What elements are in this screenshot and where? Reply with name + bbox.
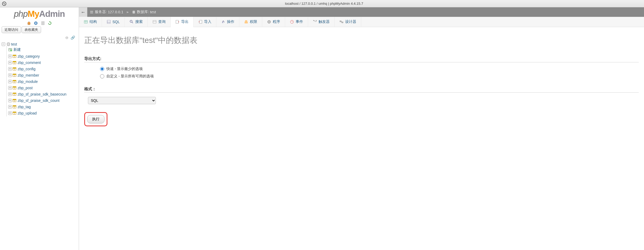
radio-custom[interactable]: 自定义 - 显示所有可用的选项 <box>100 74 639 79</box>
tab-triggers[interactable]: 触发器 <box>308 17 335 27</box>
sidebar: phpMyAdmin 近期访问 表收藏夹 ⊖ 🔗 − test + <box>0 7 79 250</box>
tab-recent[interactable]: 近期访问 <box>2 26 21 33</box>
bc-db-value: test <box>150 10 156 14</box>
window-title: localhost / 127.0.0.1 / umhq | phpMyAdmi… <box>6 2 642 6</box>
tree-db-node[interactable]: − test <box>2 42 77 46</box>
plus-icon[interactable]: + <box>8 105 12 109</box>
table-structure-icon[interactable] <box>12 79 17 84</box>
tab-routines[interactable]: 程序 <box>262 17 285 27</box>
tab-import[interactable]: 导入 <box>194 17 216 27</box>
link-icon[interactable]: 🔗 <box>71 36 75 40</box>
svg-text:+: + <box>11 50 12 51</box>
logout-icon[interactable] <box>34 21 38 25</box>
tab-favorites[interactable]: 表收藏夹 <box>22 26 41 33</box>
table-structure-icon[interactable] <box>12 54 17 58</box>
tab-label: 程序 <box>273 19 280 24</box>
tree-new-table[interactable]: + 新建 <box>8 46 77 53</box>
breadcrumb-sep: » <box>126 10 128 14</box>
svg-rect-65 <box>340 21 341 22</box>
tab-sql[interactable]: SQLSQL <box>102 17 125 27</box>
plus-icon[interactable]: + <box>8 92 12 96</box>
radio-quick[interactable]: 快速 - 显示最少的选项 <box>100 67 639 71</box>
tree-table-item[interactable]: +zbp_category <box>8 53 77 59</box>
table-name[interactable]: zbp_category <box>18 54 40 58</box>
table-name[interactable]: zbp_member <box>18 73 39 77</box>
plus-icon[interactable]: + <box>8 86 12 90</box>
tab-label: 操作 <box>227 19 234 24</box>
plus-icon[interactable]: + <box>8 111 12 115</box>
tree-table-item[interactable]: +zbp_sf_praise_sdk_basecoun <box>8 91 77 97</box>
breadcrumb-database[interactable]: 数据库: test <box>130 10 158 14</box>
tree-table-item[interactable]: +zbp_module <box>8 78 77 85</box>
table-structure-icon[interactable] <box>12 111 17 115</box>
radio-quick-input[interactable] <box>100 67 104 71</box>
breadcrumb: ← 服务器: 127.0.0.1 » 数据库: test <box>79 7 644 17</box>
table-name[interactable]: zbp_sf_praise_sdk_count <box>18 98 60 103</box>
table-structure-icon[interactable] <box>12 92 17 96</box>
bc-db-label: 数据库: <box>137 10 149 14</box>
table-name[interactable]: zbp_comment <box>18 61 41 65</box>
format-select[interactable]: SQL <box>88 97 156 104</box>
table-structure-icon[interactable] <box>12 86 17 90</box>
minus-icon[interactable]: − <box>2 42 5 46</box>
tree-table-item[interactable]: +zbp_upload <box>8 110 77 116</box>
tab-query[interactable]: 查询 <box>148 17 171 27</box>
table-structure-icon[interactable] <box>12 105 17 109</box>
table-structure-icon[interactable] <box>12 98 17 103</box>
tree-table-item[interactable]: +zbp_tag <box>8 104 77 110</box>
tab-privileges[interactable]: 权限 <box>239 17 262 27</box>
docs-icon[interactable] <box>41 21 45 25</box>
plus-icon[interactable]: + <box>8 67 12 71</box>
submit-highlight: 执行 <box>84 112 107 126</box>
tab-structure[interactable]: 结构 <box>79 17 102 27</box>
breadcrumb-server[interactable]: 服务器: 127.0.0.1 <box>87 10 125 14</box>
svg-rect-41 <box>90 11 93 12</box>
logo[interactable]: phpMyAdmin <box>0 7 79 19</box>
table-name[interactable]: zbp_config <box>18 67 36 71</box>
tab-label: 设计器 <box>345 19 356 24</box>
plus-icon[interactable]: + <box>8 80 12 83</box>
tree-table-item[interactable]: +zbp_member <box>8 72 77 78</box>
table-structure-icon[interactable] <box>12 67 17 71</box>
tree-table-item[interactable]: +zbp_config <box>8 66 77 72</box>
tab-export[interactable]: 导出 <box>171 17 194 27</box>
tab-designer[interactable]: 设计器 <box>335 17 361 27</box>
svg-rect-51 <box>153 21 156 23</box>
tree-db-label[interactable]: test <box>11 42 17 46</box>
bc-server-value: 127.0.0.1 <box>108 10 123 14</box>
format-label: 格式： <box>84 87 639 93</box>
plus-icon[interactable]: + <box>8 54 12 58</box>
privileges-icon <box>244 20 248 24</box>
table-name[interactable]: zbp_post <box>18 86 33 90</box>
plus-icon[interactable]: + <box>8 61 12 64</box>
plus-icon[interactable]: + <box>8 73 12 77</box>
collapse-all-icon[interactable]: ⊖ <box>65 36 68 40</box>
new-table-label[interactable]: 新建 <box>13 47 21 52</box>
top-tabs: 结构SQLSQL搜索查询导出导入操作权限程序事件触发器设计器 <box>79 17 644 27</box>
page-title: 正在导出数据库"test"中的数据表 <box>84 35 639 46</box>
tree-table-item[interactable]: +zbp_post <box>8 85 77 91</box>
submit-button[interactable]: 执行 <box>87 115 105 123</box>
tab-events[interactable]: 事件 <box>285 17 308 27</box>
table-structure-icon[interactable] <box>12 73 17 77</box>
svg-point-64 <box>316 20 317 21</box>
back-button[interactable]: ← <box>79 7 87 17</box>
structure-icon <box>84 20 88 24</box>
table-name[interactable]: zbp_upload <box>18 111 37 115</box>
table-name[interactable]: zbp_sf_praise_sdk_basecoun <box>18 92 66 96</box>
tab-label: SQL <box>112 20 120 24</box>
plus-icon[interactable]: + <box>8 99 12 102</box>
table-structure-icon[interactable] <box>12 61 17 65</box>
bc-server-label: 服务器: <box>95 10 107 14</box>
tab-search[interactable]: 搜索 <box>125 17 148 27</box>
home-icon[interactable] <box>27 21 31 25</box>
tab-operations[interactable]: 操作 <box>216 17 239 27</box>
tree-table-item[interactable]: +zbp_comment <box>8 59 77 66</box>
svg-point-55 <box>222 22 223 23</box>
reload-icon[interactable] <box>48 21 52 25</box>
tree-table-item[interactable]: +zbp_sf_praise_sdk_count <box>8 97 77 104</box>
table-name[interactable]: zbp_tag <box>18 105 31 109</box>
tab-label: 搜索 <box>135 19 143 24</box>
table-name[interactable]: zbp_module <box>18 79 38 84</box>
radio-custom-input[interactable] <box>100 74 104 78</box>
